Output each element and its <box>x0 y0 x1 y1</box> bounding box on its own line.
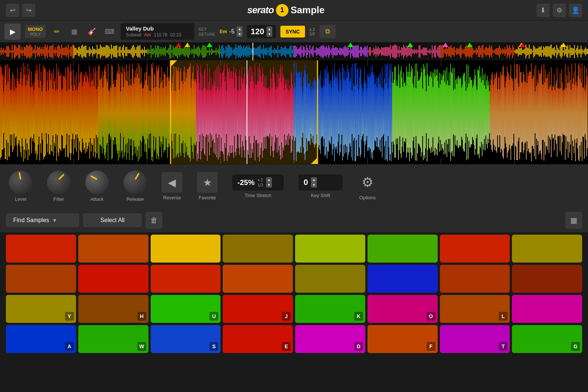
pad-grid-row2 <box>6 265 582 293</box>
detune-spinners: ▲ ▼ <box>237 26 243 37</box>
ts-down-button[interactable]: ▼ <box>266 182 272 188</box>
pad-2-2[interactable] <box>78 265 148 293</box>
find-samples-arrow-icon: ▼ <box>52 217 57 223</box>
waveform-overview[interactable] <box>0 43 588 60</box>
grid-view-button[interactable]: ▦ <box>565 212 582 229</box>
detune-value: -5 <box>229 28 234 35</box>
loop-button[interactable]: ⧉ <box>319 25 336 38</box>
pad-grid-row1 <box>6 235 582 263</box>
pad-4-6[interactable]: F <box>368 325 438 353</box>
key-shift-control: 0 ▲ ▼ Key Shift <box>298 174 343 198</box>
serato-text: serato <box>247 4 274 16</box>
pad-1-2[interactable] <box>78 235 148 263</box>
options-button[interactable]: ⚙ <box>357 172 378 193</box>
pad-2-3[interactable] <box>151 265 221 293</box>
favorite-label: Favorite <box>199 195 216 200</box>
pad-2-1[interactable] <box>6 265 76 293</box>
pad-2-6[interactable] <box>368 265 438 293</box>
detune-up-button[interactable]: ▲ <box>237 26 243 32</box>
pad-1-7[interactable] <box>440 235 510 263</box>
find-samples-button[interactable]: Find Samples ▼ <box>6 213 79 227</box>
play-button[interactable]: ▶ <box>4 24 21 40</box>
favorite-button[interactable]: ★ <box>197 172 218 193</box>
track-name: Valley Dub <box>126 25 189 32</box>
key-tag: Am <box>144 32 151 38</box>
undo-button[interactable]: ↩ <box>6 4 19 17</box>
main-waveform[interactable] <box>0 60 588 164</box>
ks-down-button[interactable]: ▼ <box>311 182 317 188</box>
level-control: Level <box>9 171 32 202</box>
title-bar-right: ⬇ ⚙ 👤 <box>537 4 582 17</box>
trash-button[interactable]: 🗑 <box>146 212 162 229</box>
pad-3-6[interactable]: O <box>368 295 438 323</box>
download-button[interactable]: ⬇ <box>537 4 550 17</box>
filter-label: Filter <box>54 196 64 202</box>
time-stretch-box[interactable]: -25% x 2 1/2 ▲ ▼ <box>232 174 284 190</box>
pad-2-8[interactable] <box>512 265 582 293</box>
sync-button[interactable]: SYNC <box>280 26 305 38</box>
pad-3-3[interactable]: U <box>151 295 221 323</box>
filter-knob[interactable] <box>47 171 71 194</box>
release-knob[interactable] <box>123 171 147 194</box>
pad-1-1[interactable] <box>6 235 76 263</box>
pad-4-5[interactable]: D <box>295 325 365 353</box>
x2-section: x 2 1/2 <box>309 27 315 36</box>
transport-bar: ▶ MONO POLY ✏ ▦ 🎸 ⌨ Valley Dub Subwall A… <box>0 21 588 43</box>
pad-4-4[interactable]: E <box>223 325 293 353</box>
pad-4-2[interactable]: W <box>78 325 148 353</box>
reverse-label: Reverse <box>163 195 181 200</box>
pad-2-4[interactable] <box>223 265 293 293</box>
settings-button[interactable]: ⚙ <box>553 4 566 17</box>
select-all-button[interactable]: Select All <box>83 213 142 227</box>
key-shift-box[interactable]: 0 ▲ ▼ <box>298 174 343 190</box>
key-shift-label: Key Shift <box>311 193 330 198</box>
bars-tool-button[interactable]: ▦ <box>68 25 81 38</box>
pad-1-8[interactable] <box>512 235 582 263</box>
pad-1-6[interactable] <box>368 235 438 263</box>
pad-3-4[interactable]: J <box>223 295 293 323</box>
key-shift-value: 0 <box>304 178 308 187</box>
pad-4-3[interactable]: S <box>151 325 221 353</box>
guitar-tool-button[interactable]: 🎸 <box>85 25 98 38</box>
sample-text: Sample <box>291 4 325 16</box>
pad-4-8[interactable]: G <box>512 325 582 353</box>
attack-control: Attack <box>85 171 109 202</box>
pad-1-4[interactable] <box>223 235 293 263</box>
bpm-spinners: ▲ ▼ <box>266 26 272 37</box>
ts-up-button[interactable]: ▲ <box>266 177 272 182</box>
keyboard-tool-button[interactable]: ⌨ <box>103 25 116 38</box>
detune-down-button[interactable]: ▼ <box>237 32 243 37</box>
attack-knob[interactable] <box>85 171 109 194</box>
pad-3-8[interactable] <box>512 295 582 323</box>
duration-display: 02:23 <box>170 32 181 38</box>
redo-button[interactable]: ↪ <box>22 4 35 17</box>
find-samples-label: Find Samples <box>13 217 49 224</box>
level-knob[interactable] <box>9 171 32 194</box>
overview-canvas <box>0 43 588 60</box>
pad-grid-row4: A W S E D F T G <box>6 325 582 353</box>
bpm-up-button[interactable]: ▲ <box>266 26 272 32</box>
pad-2-5[interactable] <box>295 265 365 293</box>
bpm-down-button[interactable]: ▼ <box>266 32 272 37</box>
user-button[interactable]: 👤 <box>569 4 582 17</box>
grid-icon: ▦ <box>570 216 577 225</box>
pad-4-7[interactable]: T <box>440 325 510 353</box>
pad-3-5[interactable]: K <box>295 295 365 323</box>
pad-3-1[interactable]: Y <box>6 295 76 323</box>
artist-name: Subwall <box>126 32 141 38</box>
pad-3-2[interactable]: H <box>78 295 148 323</box>
title-bar-left: ↩ ↪ <box>6 4 35 17</box>
reverse-button[interactable]: ◀ <box>162 172 182 193</box>
ks-up-button[interactable]: ▲ <box>311 177 317 182</box>
pad-1-3[interactable] <box>151 235 221 263</box>
level-label: Level <box>15 196 26 202</box>
pad-2-7[interactable] <box>440 265 510 293</box>
main-waveform-canvas <box>0 60 588 164</box>
pad-3-7[interactable]: L <box>440 295 510 323</box>
pad-1-5[interactable] <box>295 235 365 263</box>
pad-4-1[interactable]: A <box>6 325 76 353</box>
pencil-tool-button[interactable]: ✏ <box>50 25 63 38</box>
time-stretch-value: -25% <box>237 178 255 187</box>
track-info: Valley Dub Subwall Am 110.78 02:23 <box>121 23 194 40</box>
mono-poly-button[interactable]: MONO POLY <box>25 25 46 38</box>
